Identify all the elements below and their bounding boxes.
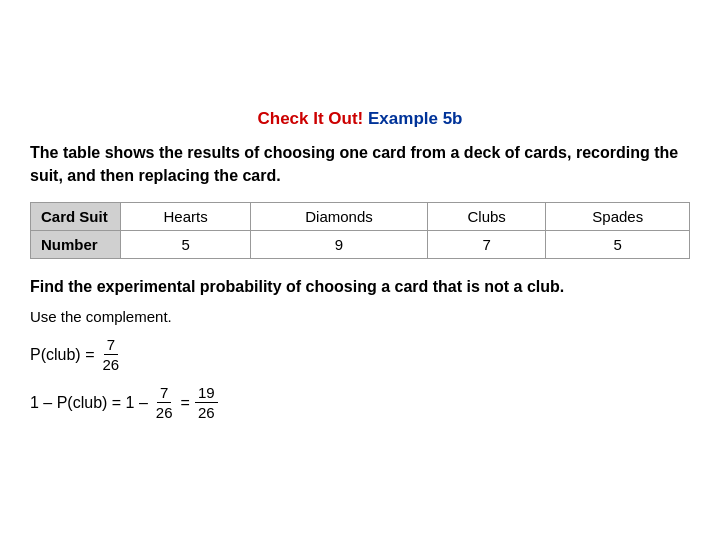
complement-fraction1: 7 26 — [153, 383, 176, 423]
spades-header: Spades — [546, 202, 690, 230]
hearts-value: 5 — [121, 230, 251, 258]
pclub-fraction: 7 26 — [99, 335, 122, 375]
table-data-row: Number 5 9 7 5 — [31, 230, 690, 258]
number-label: Number — [31, 230, 121, 258]
card-suit-table: Card Suit Hearts Diamonds Clubs Spades N… — [30, 202, 690, 259]
comp-num2: 19 — [195, 383, 218, 404]
complement-fraction2: 19 26 — [195, 383, 218, 423]
title-line: Check It Out! Example 5b — [30, 109, 690, 129]
question-text: Find the experimental probability of cho… — [30, 275, 690, 298]
complement-equation: 1 – P(club) = 1 – 7 26 = 19 26 — [30, 383, 690, 423]
card-suit-header: Card Suit — [31, 202, 121, 230]
comp-den2: 26 — [195, 403, 218, 423]
clubs-header: Clubs — [427, 202, 546, 230]
table-header-row: Card Suit Hearts Diamonds Clubs Spades — [31, 202, 690, 230]
solution-intro: Use the complement. — [30, 308, 690, 325]
diamonds-value: 9 — [251, 230, 428, 258]
diamonds-header: Diamonds — [251, 202, 428, 230]
spades-value: 5 — [546, 230, 690, 258]
pclub-numerator: 7 — [104, 335, 118, 356]
comp-num1: 7 — [157, 383, 171, 404]
equals-sign: = — [181, 394, 190, 412]
hearts-header: Hearts — [121, 202, 251, 230]
comp-den1: 26 — [153, 403, 176, 423]
complement-label: 1 – P(club) = 1 – — [30, 394, 148, 412]
pclub-denominator: 26 — [99, 355, 122, 375]
check-it-out-label: Check It Out! — [257, 109, 363, 128]
pclub-equation: P(club) = 7 26 — [30, 335, 690, 375]
main-container: Check It Out! Example 5b The table shows… — [20, 89, 700, 451]
description-text: The table shows the results of choosing … — [30, 141, 690, 187]
clubs-value: 7 — [427, 230, 546, 258]
example-label: Example 5b — [368, 109, 463, 128]
pclub-label: P(club) = — [30, 346, 94, 364]
